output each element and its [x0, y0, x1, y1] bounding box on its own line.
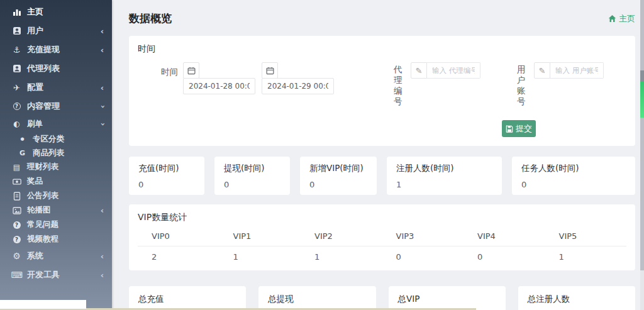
calendar-button-end[interactable]	[262, 62, 278, 79]
sidebar-item-content-mgmt[interactable]: ? 内容管理 ‹	[0, 97, 112, 116]
vip-panel-title: VIP数量统计	[138, 212, 626, 223]
plane-icon: ✈	[11, 83, 22, 92]
filter-panel-title: 时间	[138, 43, 626, 55]
banknote-icon	[11, 177, 22, 186]
gear-icon: ⚙	[11, 251, 22, 261]
sidebar-item-label: 刷单	[27, 119, 43, 130]
chevron-left-icon: ‹	[101, 27, 104, 35]
stat-label: 注册人数(时间)	[396, 163, 492, 174]
user-icon	[11, 26, 22, 35]
sidebar-item-announcement-list[interactable]: 公告列表	[0, 189, 112, 203]
vip-col-header: VIP1	[219, 231, 301, 241]
stat-card-new-vip: 新增VIP(时间) 0	[300, 157, 377, 195]
keyboard-icon: ⌨	[11, 270, 22, 280]
total-label: 总注册人数	[528, 294, 626, 305]
sidebar-item-label: 视频教程	[27, 234, 58, 245]
anchor-icon: ⚓	[11, 45, 22, 55]
sidebar-item-label: 用户	[27, 25, 43, 36]
page-title: 数据概览	[129, 11, 172, 26]
sidebar-item-zone-category[interactable]: ● 专区分类	[0, 132, 112, 146]
time-field-label: 时间	[161, 67, 178, 78]
date-start-group	[183, 62, 255, 94]
sidebar-item-label: 充值提现	[27, 44, 60, 55]
stat-card-withdraw: 提现(时间) 0	[214, 157, 290, 195]
sidebar-item-agent-list[interactable]: 代理列表	[0, 59, 112, 78]
home-icon	[608, 14, 616, 23]
sidebar-item-users[interactable]: 用户 ‹	[0, 21, 112, 40]
chevron-left-icon: ‹	[101, 252, 104, 260]
calendar-icon	[187, 67, 196, 75]
stat-value: 0	[309, 180, 367, 189]
sidebar-item-prizes[interactable]: 奖品	[0, 174, 112, 189]
sidebar-item-label: 奖品	[27, 176, 43, 187]
vip-value: 1	[301, 252, 382, 262]
sidebar-item-home[interactable]: 主页	[0, 3, 112, 21]
calendar-icon	[266, 67, 274, 75]
chevron-left-icon: ‹	[101, 84, 104, 92]
sidebar-item-dev-tools[interactable]: ⌨ 开发工具 ‹	[0, 265, 112, 284]
edit-button[interactable]: ✎	[411, 62, 427, 79]
sidebar-item-label: 轮播图	[27, 205, 51, 216]
total-card-vip: 总VIP	[389, 286, 506, 310]
sidebar-item-label: 内容管理	[27, 101, 60, 112]
sidebar-item-label: 理财列表	[27, 162, 58, 172]
vip-col-header: VIP0	[138, 231, 219, 241]
scrollbar-thumb-highlight[interactable]	[640, 82, 644, 118]
vip-table: VIP0 VIP1 VIP2 VIP3 VIP4 VIP5 2 1 1 0 0 …	[138, 231, 626, 262]
scrollbar-thumb[interactable]	[640, 70, 644, 82]
scrollbar-track[interactable]	[640, 0, 644, 270]
sidebar: 主页 用户 ‹ ⚓ 充值提现 ‹ 代理列表 ✈ 配置 ‹ ? 内容管理 ‹ ◐ …	[0, 0, 112, 310]
g-icon: G	[17, 149, 28, 157]
sidebar-item-label: 开发工具	[27, 269, 60, 280]
vip-value: 2	[138, 252, 219, 262]
date-start-input[interactable]	[183, 78, 255, 94]
sidebar-item-label: 配置	[27, 82, 43, 93]
submit-button[interactable]: 提交	[502, 120, 536, 137]
user-account-group: ✎	[534, 62, 604, 79]
sidebar-item-brush-order[interactable]: ◐ 刷单 ‹	[0, 116, 112, 132]
bottom-left-overlay	[0, 300, 86, 309]
pencil-icon: ✎	[539, 66, 546, 75]
user-account-label: 用户账号	[517, 64, 526, 107]
agent-icon	[11, 64, 22, 73]
scrollbar-track-lower[interactable]	[640, 270, 644, 310]
stat-label: 充值(时间)	[138, 163, 195, 174]
sidebar-item-faq[interactable]: ? 常见问题	[0, 218, 112, 232]
total-label: 总VIP	[398, 294, 496, 305]
stats-row: 充值(时间) 0 提现(时间) 0 新增VIP(时间) 0 注册人数(时间) 1…	[129, 157, 635, 195]
stat-value: 0	[224, 180, 280, 189]
agent-number-group: ✎	[411, 62, 480, 79]
sidebar-item-label: 公告列表	[27, 191, 58, 201]
stat-card-registered: 注册人数(时间) 1	[387, 157, 502, 195]
sidebar-item-recharge-withdraw[interactable]: ⚓ 充值提现 ‹	[0, 40, 112, 59]
chevron-down-icon: ‹	[98, 104, 106, 108]
filter-form-row: 时间 代理编号 ✎ 用户账号 ✎	[138, 62, 626, 107]
sidebar-item-system[interactable]: ⚙ 系统 ‹	[0, 246, 112, 265]
total-card-withdraw: 总提现	[258, 286, 375, 310]
image-icon	[11, 206, 22, 215]
stat-label: 提现(时间)	[224, 163, 280, 174]
agent-number-label: 代理编号	[394, 64, 403, 107]
stat-label: 任务人数(时间)	[521, 163, 626, 174]
half-circle-icon: ◐	[11, 119, 22, 128]
vip-col-header: VIP2	[301, 231, 382, 241]
sidebar-item-product-list[interactable]: G 商品列表	[0, 146, 112, 160]
sidebar-item-config[interactable]: ✈ 配置 ‹	[0, 78, 112, 97]
list-icon: ▤	[11, 163, 22, 172]
date-end-input[interactable]	[262, 78, 334, 94]
edit-button[interactable]: ✎	[534, 62, 550, 79]
dot-icon: ●	[17, 136, 28, 141]
date-end-group	[262, 62, 334, 94]
sidebar-item-carousel[interactable]: 轮播图 ‹	[0, 203, 112, 218]
chevron-down-icon: ‹	[98, 122, 106, 125]
vip-col-header: VIP3	[382, 231, 464, 241]
bar-chart-icon	[11, 8, 22, 16]
sidebar-item-finance-list[interactable]: ▤ 理财列表	[0, 160, 112, 174]
totals-row: 总充值 总提现 总VIP 总注册人数	[129, 286, 635, 310]
sidebar-item-video-tutorial[interactable]: ? 视频教程	[0, 232, 112, 246]
calendar-button-start[interactable]	[183, 62, 199, 79]
sidebar-item-label: 商品列表	[33, 148, 64, 158]
user-account-input[interactable]	[550, 62, 604, 79]
home-link[interactable]: 主页	[608, 13, 635, 25]
agent-number-input[interactable]	[427, 62, 480, 79]
